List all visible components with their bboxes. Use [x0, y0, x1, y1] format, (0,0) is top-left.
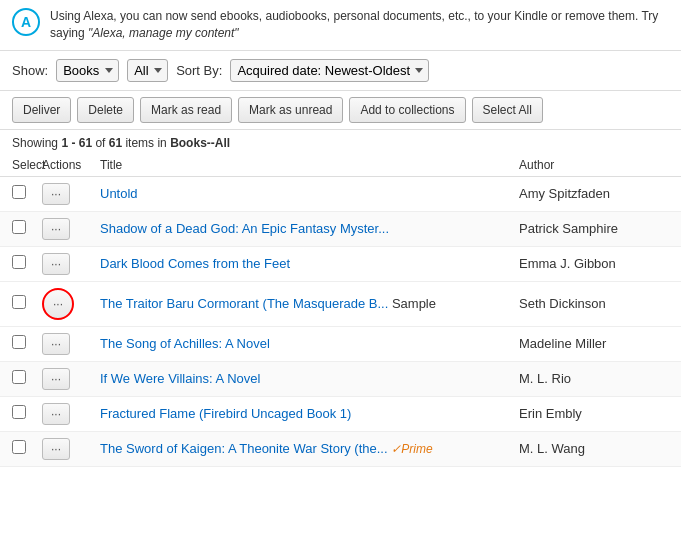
row-checkbox[interactable]	[12, 335, 26, 349]
actions-button[interactable]: ···	[42, 333, 70, 355]
actions-button[interactable]: ···	[42, 288, 74, 320]
controls-row: Show: Books All Sort By: Acquired date: …	[0, 51, 681, 91]
show-books-dropdown[interactable]: Books	[56, 59, 119, 82]
alexa-banner: A Using Alexa, you can now send ebooks, …	[0, 0, 681, 51]
sample-badge: Sample	[388, 296, 436, 311]
table-row: ···Fractured Flame (Firebird Uncaged Boo…	[0, 397, 681, 432]
delete-button[interactable]: Delete	[77, 97, 134, 123]
actions-button[interactable]: ···	[42, 438, 70, 460]
book-author: Amy Spitzfaden	[519, 186, 669, 201]
alexa-icon: A	[12, 8, 40, 36]
row-checkbox[interactable]	[12, 220, 26, 234]
select-all-button[interactable]: Select All	[472, 97, 543, 123]
book-author: M. L. Rio	[519, 371, 669, 386]
show-label: Show:	[12, 63, 48, 78]
book-title[interactable]: The Traitor Baru Cormorant (The Masquera…	[100, 296, 388, 311]
book-author: Patrick Samphire	[519, 221, 669, 236]
book-title[interactable]: Shadow of a Dead God: An Epic Fantasy My…	[100, 221, 389, 236]
deliver-button[interactable]: Deliver	[12, 97, 71, 123]
sort-dropdown[interactable]: Acquired date: Newest-Oldest	[230, 59, 429, 82]
book-title[interactable]: Dark Blood Comes from the Feet	[100, 256, 290, 271]
actions-button[interactable]: ···	[42, 183, 70, 205]
book-author: M. L. Wang	[519, 441, 669, 456]
book-author: Emma J. Gibbon	[519, 256, 669, 271]
row-checkbox[interactable]	[12, 185, 26, 199]
mark-as-unread-button[interactable]: Mark as unread	[238, 97, 343, 123]
book-title[interactable]: The Song of Achilles: A Novel	[100, 336, 270, 351]
table-row: ···The Song of Achilles: A NovelMadeline…	[0, 327, 681, 362]
prime-badge: ✓Prime	[388, 441, 433, 456]
book-author: Erin Embly	[519, 406, 669, 421]
prime-icon: ✓Prime	[391, 442, 432, 456]
table-row: ···Dark Blood Comes from the FeetEmma J.…	[0, 247, 681, 282]
show-all-dropdown[interactable]: All	[127, 59, 168, 82]
table-row: ···UntoldAmy Spitzfaden	[0, 177, 681, 212]
actions-button[interactable]: ···	[42, 218, 70, 240]
table-row: ···The Traitor Baru Cormorant (The Masqu…	[0, 282, 681, 327]
book-list: ···UntoldAmy Spitzfaden···Shadow of a De…	[0, 177, 681, 467]
col-header-author: Author	[519, 158, 669, 172]
sortby-label: Sort By:	[176, 63, 222, 78]
table-row: ···Shadow of a Dead God: An Epic Fantasy…	[0, 212, 681, 247]
actions-button[interactable]: ···	[42, 253, 70, 275]
mark-as-read-button[interactable]: Mark as read	[140, 97, 232, 123]
showing-text: Showing 1 - 61 of 61 items in Books--All	[0, 130, 681, 154]
book-author: Seth Dickinson	[519, 296, 669, 311]
table-header: Select Actions Title Author	[0, 154, 681, 177]
row-checkbox[interactable]	[12, 405, 26, 419]
actions-button[interactable]: ···	[42, 403, 70, 425]
book-title[interactable]: Fractured Flame (Firebird Uncaged Book 1…	[100, 406, 351, 421]
row-checkbox[interactable]	[12, 370, 26, 384]
book-title[interactable]: If We Were Villains: A Novel	[100, 371, 260, 386]
col-header-select: Select	[12, 158, 42, 172]
book-title[interactable]: The Sword of Kaigen: A Theonite War Stor…	[100, 441, 388, 456]
add-to-collections-button[interactable]: Add to collections	[349, 97, 465, 123]
actions-button[interactable]: ···	[42, 368, 70, 390]
row-checkbox[interactable]	[12, 440, 26, 454]
row-checkbox[interactable]	[12, 255, 26, 269]
action-buttons-row: Deliver Delete Mark as read Mark as unre…	[0, 91, 681, 130]
table-row: ···The Sword of Kaigen: A Theonite War S…	[0, 432, 681, 467]
banner-text: Using Alexa, you can now send ebooks, au…	[50, 8, 669, 42]
book-author: Madeline Miller	[519, 336, 669, 351]
row-checkbox[interactable]	[12, 295, 26, 309]
col-header-title: Title	[92, 158, 519, 172]
col-header-actions: Actions	[42, 158, 92, 172]
book-title[interactable]: Untold	[100, 186, 138, 201]
table-row: ···If We Were Villains: A NovelM. L. Rio	[0, 362, 681, 397]
